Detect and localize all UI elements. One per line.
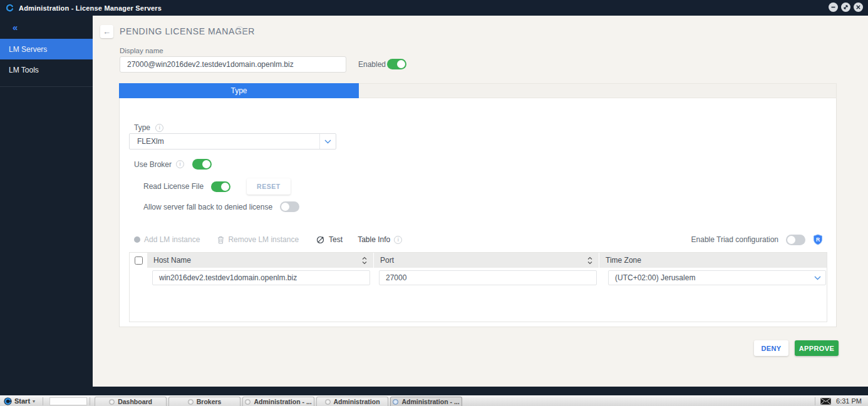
system-tray: 6:31 PM	[815, 396, 868, 406]
use-broker-info-icon[interactable]	[176, 160, 184, 168]
type-card: Type Type FLEXlm Use Broker	[119, 83, 837, 327]
remove-lm-instance-button[interactable]: Remove LM instance	[217, 235, 299, 244]
test-button[interactable]: Test	[316, 235, 343, 244]
page-title-info-icon[interactable]	[235, 26, 244, 34]
window-favicon	[188, 399, 194, 405]
trash-icon	[217, 236, 224, 244]
column-header-host-name[interactable]: Host Name	[147, 253, 374, 268]
reset-button[interactable]: RESET	[247, 178, 291, 195]
column-header-time-zone[interactable]: Time Zone	[599, 253, 827, 268]
svg-text:R: R	[816, 236, 820, 243]
type-field-label: Type	[134, 123, 163, 132]
window-favicon	[245, 399, 251, 405]
type-dropdown[interactable]: FLEXlm	[129, 133, 336, 150]
port-input[interactable]	[379, 270, 597, 285]
window-title: Administration - License Manager Servers	[19, 4, 162, 12]
window-favicon	[109, 399, 115, 405]
taskbar-divider	[90, 397, 90, 405]
table-header: Host Name Port Time Zone	[130, 253, 827, 268]
enabled-label: Enabled	[358, 60, 386, 69]
chevron-down-icon	[809, 271, 825, 285]
quick-launch-area	[49, 397, 87, 405]
start-label: Start	[14, 397, 30, 405]
sort-icon[interactable]	[362, 256, 367, 265]
start-icon	[4, 397, 12, 405]
sidebar-item-lm-servers[interactable]: LM Servers	[0, 39, 93, 59]
column-header-port[interactable]: Port	[374, 253, 599, 268]
sidebar-item-lm-tools[interactable]: LM Tools	[0, 59, 93, 80]
test-icon	[316, 235, 325, 244]
start-caret-icon	[33, 398, 35, 404]
clock[interactable]: 6:31 PM	[836, 397, 862, 405]
tray-divider	[815, 397, 815, 405]
table-info-icon	[394, 236, 402, 244]
display-name-label: Display name	[120, 47, 163, 54]
tab-type-label: Type	[230, 86, 247, 95]
read-license-toggle[interactable]	[211, 181, 230, 192]
chevron-down-icon	[319, 134, 336, 149]
minimize-button[interactable]	[829, 3, 838, 12]
mail-icon[interactable]	[820, 398, 831, 405]
fallback-label: Allow server fall back to denied license	[143, 203, 272, 211]
time-zone-dropdown[interactable]: (UTC+02:00) Jerusalem	[608, 270, 826, 285]
select-all-checkbox[interactable]	[135, 256, 143, 265]
card-body: Type FLEXlm Use Broker Read License File	[119, 98, 837, 327]
add-lm-instance-button[interactable]: Add LM instance	[134, 235, 200, 244]
triad-toggle[interactable]	[786, 235, 805, 245]
sidebar-item-label: LM Servers	[9, 45, 47, 54]
use-broker-toggle[interactable]	[192, 159, 212, 170]
taskbar-divider	[43, 397, 43, 405]
type-info-icon[interactable]	[155, 124, 163, 132]
taskbar: Start Dashboard Brokers Administration -…	[0, 395, 868, 406]
app-logo-icon	[5, 3, 14, 13]
close-button[interactable]	[854, 3, 863, 12]
window-favicon	[393, 399, 398, 405]
screen: Administration - License Manager Servers…	[0, 0, 868, 406]
window-favicon	[325, 399, 331, 405]
back-button[interactable]: ←	[100, 25, 113, 38]
sidebar-divider	[0, 86, 93, 87]
sidebar-collapse-icon[interactable]: «	[0, 16, 93, 39]
lm-instances-table: Host Name Port Time Zone	[129, 252, 827, 322]
sidebar: « LM Servers LM Tools	[0, 16, 93, 388]
taskbar-button-administration-active[interactable]: Administration - ...	[390, 397, 462, 406]
start-button[interactable]: Start	[0, 396, 40, 406]
tab-type[interactable]: Type	[119, 83, 359, 98]
table-row: (UTC+02:00) Jerusalem	[130, 268, 827, 288]
maximize-button[interactable]	[841, 3, 850, 12]
taskbar-button-administration-2[interactable]: Administration	[316, 397, 388, 406]
window-bottom-edge	[0, 387, 868, 395]
taskbar-button-dashboard[interactable]: Dashboard	[95, 397, 167, 406]
triad-label: Enable Triad configuration	[691, 235, 778, 244]
window-titlebar: Administration - License Manager Servers	[0, 0, 868, 16]
time-zone-value: (UTC+02:00) Jerusalem	[609, 273, 809, 282]
sidebar-item-label: LM Tools	[9, 66, 39, 74]
enabled-toggle[interactable]	[387, 59, 406, 69]
type-dropdown-value: FLEXlm	[130, 137, 319, 146]
taskbar-button-administration-1[interactable]: Administration - ...	[242, 397, 314, 406]
page-title: PENDING LICENSE MANAGER	[120, 26, 255, 36]
read-license-label: Read License File	[143, 182, 204, 191]
use-broker-label: Use Broker	[134, 160, 172, 169]
sort-icon[interactable]	[587, 256, 592, 265]
reload-shield-icon[interactable]: R	[813, 234, 823, 245]
table-toolbar: Add LM instance Remove LM instance Test …	[134, 233, 823, 246]
host-name-input[interactable]	[152, 270, 370, 285]
approve-button[interactable]: APPROVE	[795, 340, 839, 356]
table-info-button[interactable]: Table Info	[358, 235, 402, 244]
main-content: ← PENDING LICENSE MANAGER Display name E…	[93, 16, 868, 387]
display-name-input[interactable]	[120, 56, 346, 73]
add-icon	[134, 236, 140, 243]
taskbar-button-brokers[interactable]: Brokers	[168, 397, 240, 406]
deny-button[interactable]: DENY	[754, 340, 788, 356]
fallback-toggle[interactable]	[280, 201, 299, 212]
